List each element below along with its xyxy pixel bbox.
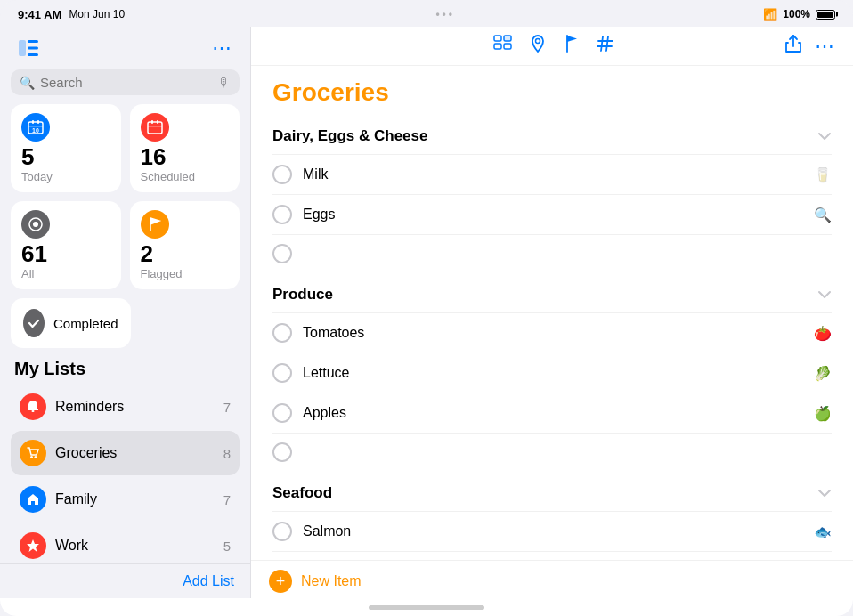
list-scroll[interactable]: Dairy, Eggs & Cheese Milk 🥛 Eggs 🔍 (251, 114, 853, 560)
apples-emoji: 🍏 (814, 405, 832, 422)
section-produce[interactable]: Produce (272, 272, 832, 313)
svg-rect-23 (504, 36, 511, 41)
svg-rect-21 (494, 36, 501, 41)
section-seafood[interactable]: Seafood (272, 471, 832, 512)
svg-rect-9 (148, 122, 162, 134)
wifi-icon: 📶 (763, 8, 777, 21)
today-label: Today (21, 170, 110, 183)
smart-list-today[interactable]: 10 5 Today (11, 104, 121, 192)
svg-rect-12 (148, 126, 162, 127)
svg-line-26 (601, 36, 603, 51)
my-lists-header: My Lists (11, 359, 240, 379)
new-item-plus-button[interactable]: + (269, 570, 292, 593)
lettuce-text: Lettuce (303, 365, 803, 381)
new-item-label[interactable]: New Item (301, 573, 362, 589)
item-salmon: Salmon 🐟 (272, 512, 832, 552)
toolbar-share-icon[interactable] (784, 34, 802, 58)
scheduled-icon (141, 113, 169, 142)
milk-text: Milk (303, 166, 803, 182)
apples-checkbox[interactable] (272, 403, 292, 423)
search-bar[interactable]: 🔍 🎙 (11, 69, 240, 95)
toolbar-reminders-icon[interactable] (493, 35, 513, 57)
section-produce-title: Produce (272, 286, 333, 304)
flagged-icon (141, 210, 169, 239)
svg-marker-18 (27, 539, 39, 552)
toolbar-flag-icon[interactable] (563, 34, 581, 58)
completed-button[interactable]: Completed (11, 298, 131, 348)
svg-rect-1 (28, 40, 38, 43)
lettuce-checkbox[interactable] (272, 363, 292, 383)
sidebar-item-family[interactable]: Family 7 (11, 477, 240, 522)
produce-add-circle[interactable] (272, 442, 292, 462)
dairy-add-circle[interactable] (272, 244, 292, 263)
toolbar-location-icon[interactable] (529, 34, 547, 58)
sidebar-item-work[interactable]: Work 5 (11, 523, 240, 563)
eggs-text: Eggs (303, 207, 803, 223)
sidebar-toggle-button[interactable] (14, 34, 43, 62)
svg-point-25 (535, 39, 540, 44)
svg-rect-5 (32, 120, 34, 124)
milk-emoji: 🥛 (814, 166, 832, 183)
eggs-emoji: 🔍 (814, 207, 832, 223)
sidebar-header: ⋯ (0, 27, 250, 69)
today-count: 5 (21, 145, 110, 168)
add-list-button[interactable]: Add List (183, 573, 234, 589)
svg-rect-10 (151, 120, 153, 124)
search-icon: 🔍 (20, 76, 35, 90)
family-icon (20, 486, 46, 513)
work-icon (20, 532, 46, 559)
completed-icon (23, 309, 45, 337)
svg-text:10: 10 (32, 127, 39, 134)
salmon-emoji: 🐟 (814, 523, 832, 540)
scheduled-count: 16 (141, 145, 230, 168)
item-lettuce: Lettuce 🥬 (272, 353, 832, 393)
salmon-checkbox[interactable] (272, 522, 292, 541)
status-time: 9:41 AM (18, 8, 61, 21)
section-dairy-title: Dairy, Eggs & Cheese (272, 127, 427, 145)
sidebar-item-reminders[interactable]: Reminders 7 (11, 385, 240, 429)
tomatoes-checkbox[interactable] (272, 323, 292, 343)
svg-rect-24 (504, 44, 511, 49)
smart-list-all[interactable]: 61 All (11, 201, 121, 289)
item-tomatoes: Tomatoes 🍅 (272, 313, 832, 353)
sidebar-item-groceries[interactable]: Groceries 8 (11, 431, 240, 475)
eggs-checkbox[interactable] (272, 205, 292, 224)
all-icon (21, 210, 50, 239)
all-count: 61 (21, 242, 110, 265)
battery-label: 100% (783, 8, 810, 20)
smart-list-flagged[interactable]: 2 Flagged (130, 201, 240, 289)
produce-chevron-icon (817, 285, 832, 304)
sidebar-more-button[interactable]: ⋯ (207, 34, 236, 62)
reminders-icon (20, 393, 46, 420)
battery-icon (816, 10, 835, 20)
flagged-label: Flagged (141, 267, 230, 280)
search-input[interactable] (40, 75, 213, 90)
svg-point-16 (30, 456, 33, 458)
home-indicator (369, 605, 484, 610)
main-content: ⋯ Groceries Dairy, Eggs & Cheese (251, 27, 853, 598)
svg-point-14 (33, 222, 38, 227)
section-seafood-title: Seafood (272, 484, 332, 502)
smart-list-scheduled[interactable]: 16 Scheduled (130, 104, 240, 192)
toolbar-center (493, 34, 614, 58)
family-name: Family (55, 491, 215, 507)
smart-lists-grid: 10 5 Today (0, 104, 250, 298)
svg-point-17 (35, 456, 37, 458)
milk-checkbox[interactable] (272, 165, 292, 184)
item-eggs: Eggs 🔍 (272, 195, 832, 235)
status-bar: 9:41 AM Mon Jun 10 ••• 📶 100% (0, 0, 853, 27)
svg-rect-0 (19, 40, 26, 56)
flagged-count: 2 (141, 242, 230, 265)
section-dairy[interactable]: Dairy, Eggs & Cheese (272, 114, 832, 155)
svg-line-27 (606, 36, 608, 51)
svg-rect-15 (32, 410, 35, 412)
all-label: All (21, 267, 110, 280)
content-toolbar: ⋯ (251, 27, 853, 66)
toolbar-more-icon[interactable]: ⋯ (815, 35, 835, 58)
svg-rect-11 (157, 120, 158, 124)
dairy-add-row[interactable] (272, 235, 832, 272)
work-count: 5 (223, 539, 231, 554)
produce-add-row[interactable] (272, 434, 832, 471)
seafood-add-row[interactable] (272, 552, 832, 560)
toolbar-hash-icon[interactable] (597, 35, 614, 57)
